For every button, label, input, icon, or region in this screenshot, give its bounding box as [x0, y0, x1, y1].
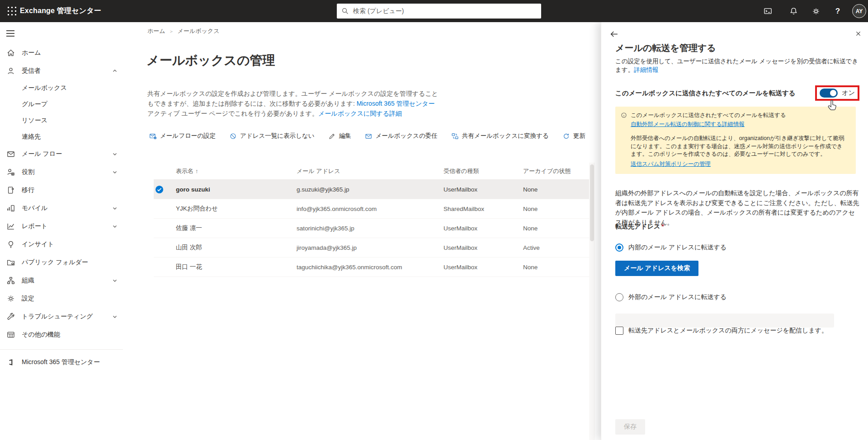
convert-to-shared-mailbox-button[interactable]: 共有メールボックスに変換する — [451, 132, 549, 140]
table-row[interactable]: 山田 次郎 jiroyamada@yjk365.jp UserMailbox A… — [154, 238, 595, 257]
search-input[interactable]: 検索 (プレビュー) — [337, 4, 541, 19]
deliver-to-both-checkbox-row[interactable]: 転送先アドレスとメールボックスの両方にメッセージを配信します。 — [615, 327, 828, 335]
refresh-button[interactable]: 更新 — [562, 132, 585, 140]
sidebar-item-resources[interactable]: リソース — [0, 112, 123, 129]
cell-display-name[interactable]: 佐藤 凛一 — [176, 224, 297, 232]
table-row[interactable]: 田口 一花 taguchiichika@yjk365.onmicrosoft.c… — [154, 257, 595, 277]
radio-selected-icon[interactable] — [615, 243, 623, 252]
column-header-display-name[interactable]: 表示名↑ — [176, 167, 297, 175]
sidebar-item-mail-flow[interactable]: メール フロー — [0, 145, 123, 163]
cell-recipient-type: UserMailbox — [443, 186, 523, 193]
cell-display-name[interactable]: 山田 次郎 — [176, 243, 297, 252]
column-header-email[interactable]: メール アドレス — [297, 167, 443, 175]
m365-admin-center-link[interactable]: Microsoft 365 管理センター — [357, 100, 435, 107]
cell-display-name[interactable]: YJKお問合わせ — [176, 205, 297, 213]
sidebar-item-home[interactable]: ホーム — [0, 44, 123, 62]
sidebar-item-m365-admin-center[interactable]: Microsoft 365 管理センター — [0, 353, 123, 371]
forward-all-toggle-row: このメールボックスに送信されたすべてのメールを転送する オン — [615, 85, 859, 101]
radio-forward-internal[interactable]: 内部のメール アドレスに転送する — [615, 243, 726, 252]
sidebar-item-insights[interactable]: インサイト — [0, 235, 123, 253]
learn-more-link[interactable]: 詳細情報 — [634, 66, 658, 73]
info-icon — [621, 112, 627, 118]
home-icon — [6, 48, 15, 57]
sidebar-divider — [0, 349, 123, 350]
sidebar-item-label: ホーム — [22, 49, 41, 57]
vertical-scrollbar[interactable] — [589, 163, 595, 440]
gear-icon — [6, 294, 15, 303]
sidebar-item-migration[interactable]: 移行 — [0, 181, 123, 199]
toolbar-label: メールボックスの委任 — [376, 132, 438, 140]
sidebar-item-label: モバイル — [22, 204, 47, 212]
column-header-archive-status[interactable]: アーカイブの状態 — [523, 167, 595, 175]
forwarding-toggle[interactable] — [820, 89, 838, 98]
radio-label: 内部のメール アドレスに転送する — [628, 243, 726, 252]
mailbox-delegation-button[interactable]: メールボックスの委任 — [365, 132, 438, 140]
sidebar-item-mailboxes[interactable]: メールボックス — [0, 80, 123, 96]
pencil-icon — [328, 132, 336, 140]
radio-forward-external[interactable]: 外部のメール アドレスに転送する — [615, 293, 726, 301]
cell-display-name[interactable]: goro suzuki — [176, 186, 297, 193]
hamburger-menu-icon[interactable] — [0, 26, 20, 41]
cell-archive-status: Active — [523, 244, 595, 251]
auto-forward-control-link[interactable]: 自動外部メール転送の制御に関する詳細情報 — [631, 121, 745, 128]
toolbar: メールフローの設定 アドレス一覧に表示しない 編集 メールボックスの委任 共有メ… — [149, 132, 585, 140]
sidebar-item-label: 組織 — [22, 276, 34, 285]
outbound-spam-policy-link[interactable]: 送信スパム対策ポリシーの管理 — [631, 160, 711, 168]
radio-unselected-icon[interactable] — [615, 293, 623, 301]
sidebar-item-mobile[interactable]: モバイル — [0, 199, 123, 217]
chevron-down-icon — [112, 169, 118, 175]
app-launcher-waffle-icon[interactable] — [4, 3, 21, 20]
search-email-address-button[interactable]: メール アドレスを検索 — [615, 261, 698, 276]
sidebar-item-roles[interactable]: 役割 — [0, 163, 123, 181]
sidebar-item-label: リソース — [22, 117, 47, 125]
save-button[interactable]: 保存 — [615, 419, 645, 435]
avatar[interactable]: AY — [852, 4, 866, 18]
info-box-title: このメールボックスに送信されたすべてのメールを転送する — [631, 112, 786, 119]
breadcrumb-home[interactable]: ホーム — [147, 27, 165, 35]
sidebar-item-label: Microsoft 365 管理センター — [22, 358, 100, 366]
sidebar-item-troubleshooting[interactable]: トラブルシューティング — [0, 308, 123, 326]
sidebar-item-organization[interactable]: 組織 — [0, 271, 123, 290]
mouse-cursor-icon — [826, 99, 839, 112]
flyout-title: メールの転送を管理する — [615, 42, 716, 54]
cloud-shell-icon[interactable] — [758, 0, 778, 22]
convert-mailbox-icon — [451, 132, 459, 140]
checkbox-unchecked-icon[interactable] — [615, 327, 623, 335]
org-chart-icon — [6, 276, 15, 285]
sidebar-item-other-features[interactable]: その他の機能 — [0, 326, 123, 344]
chevron-down-icon — [112, 151, 118, 157]
external-email-input[interactable] — [615, 314, 834, 328]
sidebar-item-contacts[interactable]: 連絡先 — [0, 129, 123, 145]
close-icon[interactable] — [851, 27, 865, 40]
column-header-recipient-type[interactable]: 受信者の種類 — [443, 167, 523, 175]
refresh-icon — [562, 132, 570, 140]
chevron-down-icon — [112, 206, 118, 211]
sidebar-item-settings[interactable]: 設定 — [0, 290, 123, 308]
migration-icon — [6, 186, 15, 195]
cell-display-name[interactable]: 田口 一花 — [176, 263, 297, 271]
breadcrumb-current: メールボックス — [178, 27, 220, 35]
cell-archive-status: None — [523, 264, 595, 271]
table-row[interactable]: 佐藤 凛一 satorinichi@yjk365.jp UserMailbox … — [154, 219, 595, 238]
cell-email: info@yjk365.onmicrosoft.com — [297, 206, 443, 212]
notifications-bell-icon[interactable] — [783, 0, 803, 22]
table-icon — [6, 330, 15, 339]
hide-from-address-list-button[interactable]: アドレス一覧に表示しない — [229, 132, 315, 140]
scrollbar-thumb[interactable] — [590, 164, 594, 241]
table-row[interactable]: YJKお問合わせ info@yjk365.onmicrosoft.com Sha… — [154, 199, 595, 219]
selected-check-icon[interactable] — [155, 185, 164, 194]
learn-about-mailboxes-link[interactable]: メールボックスに関する詳細 — [318, 110, 402, 117]
sidebar-item-groups[interactable]: グループ — [0, 96, 123, 112]
help-icon[interactable]: ? — [828, 0, 848, 22]
settings-gear-icon[interactable] — [806, 0, 826, 22]
table-row[interactable]: goro suzuki g.suzuki@yjk365.jp UserMailb… — [154, 180, 595, 199]
edit-button[interactable]: 編集 — [328, 132, 351, 140]
sort-ascending-icon: ↑ — [195, 168, 198, 174]
toggle-label: このメールボックスに送信されたすべてのメールを転送する — [615, 85, 805, 98]
page-title: メールボックスの管理 — [146, 52, 275, 69]
back-arrow-icon[interactable] — [608, 28, 620, 40]
mail-flow-settings-button[interactable]: メールフローの設定 — [149, 132, 216, 140]
sidebar-item-reports[interactable]: レポート — [0, 217, 123, 235]
sidebar-item-public-folders[interactable]: パブリック フォルダー — [0, 253, 123, 271]
sidebar-item-recipients[interactable]: 受信者 — [0, 62, 123, 80]
